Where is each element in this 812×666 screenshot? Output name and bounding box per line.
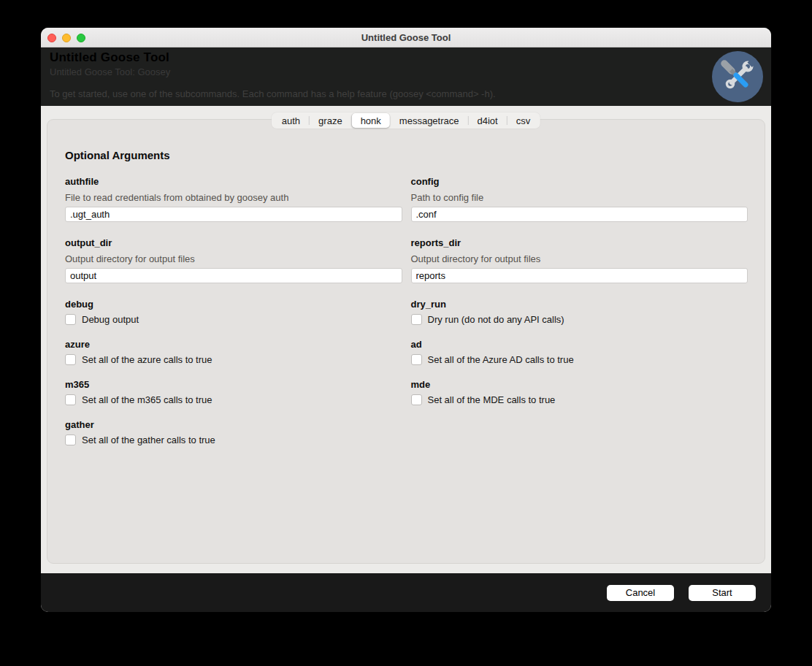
app-subtitle: Untitled Goose Tool: Goosey [50,66,762,77]
field-description: File to read credentials from obtained b… [65,192,402,203]
section-heading: Optional Arguments [65,149,748,161]
field-reports-dir: reports_dir Output directory for output … [411,237,748,283]
field-gather: gather Set all of the gather calls to tr… [65,419,402,445]
tab-messagetrace[interactable]: messagetrace [391,113,468,128]
start-button[interactable]: Start [689,585,756,601]
m365-checkbox[interactable] [65,394,76,405]
field-label: config [411,176,748,187]
checkbox-label: Set all of the MDE calls to true [428,394,556,405]
ad-checkbox[interactable] [411,354,422,365]
app-header: Untitled Goose Tool Untitled Goose Tool:… [41,47,771,106]
field-description: Output directory for output files [411,253,748,264]
checkbox-label: Set all of the azure calls to true [82,354,212,365]
close-window-button[interactable] [47,34,56,42]
debug-checkbox[interactable] [65,314,76,325]
gather-checkbox[interactable] [65,435,76,445]
content-area: auth graze honk messagetrace d4iot csv O… [41,106,771,573]
app-window: Untitled Goose Tool Untitled Goose Tool … [41,28,771,612]
empty-cell [411,419,748,459]
field-label: ad [411,339,748,350]
field-mde: mde Set all of the MDE calls to true [411,379,748,405]
field-label: azure [65,339,402,350]
field-output-dir: output_dir Output directory for output f… [65,237,402,283]
field-label: gather [65,419,402,430]
tab-auth[interactable]: auth [273,113,309,128]
checkbox-label: Set all of the Azure AD calls to true [428,354,574,365]
field-description: Output directory for output files [65,253,402,264]
minimize-window-button[interactable] [62,34,71,42]
field-ad: ad Set all of the Azure AD calls to true [411,339,748,365]
azure-checkbox[interactable] [65,354,76,365]
checkbox-label: Set all of the m365 calls to true [82,394,212,405]
field-authfile: authfile File to read credentials from o… [65,176,402,222]
form-grid: authfile File to read credentials from o… [65,176,748,459]
tab-honk[interactable]: honk [352,113,390,128]
checkbox-label: Debug output [82,314,139,325]
dry-run-checkbox[interactable] [411,314,422,325]
getting-started-text: To get started, use one of the subcomman… [50,88,762,99]
subcommand-tabs: auth graze honk messagetrace d4iot csv [272,112,540,129]
traffic-lights [47,34,85,42]
tab-graze[interactable]: graze [310,113,351,128]
action-bar: Cancel Start [41,573,771,612]
authfile-input[interactable] [65,207,402,222]
field-label: mde [411,379,748,390]
app-title: Untitled Goose Tool [50,50,762,65]
tab-d4iot[interactable]: d4iot [469,113,507,128]
checkbox-label: Set all of the gather calls to true [82,435,215,445]
window-title: Untitled Goose Tool [361,32,451,43]
honk-form-panel: Optional Arguments authfile File to read… [47,119,765,564]
field-label: authfile [65,176,402,187]
wrench-screwdriver-icon [712,51,763,102]
field-label: output_dir [65,237,402,248]
field-config: config Path to config file [411,176,748,222]
field-azure: azure Set all of the azure calls to true [65,339,402,365]
reports-dir-input[interactable] [411,268,748,283]
zoom-window-button[interactable] [77,34,85,42]
checkbox-label: Dry run (do not do any API calls) [428,314,564,325]
field-label: dry_run [411,299,748,310]
config-input[interactable] [411,207,748,222]
field-debug: debug Debug output [65,299,402,325]
field-label: debug [65,299,402,310]
field-description: Path to config file [411,192,748,203]
field-label: reports_dir [411,237,748,248]
titlebar[interactable]: Untitled Goose Tool [41,28,771,47]
mde-checkbox[interactable] [411,394,422,405]
tab-csv[interactable]: csv [508,113,540,128]
field-label: m365 [65,379,402,390]
field-dry-run: dry_run Dry run (do not do any API calls… [411,299,748,325]
cancel-button[interactable]: Cancel [607,585,674,601]
field-m365: m365 Set all of the m365 calls to true [65,379,402,405]
output-dir-input[interactable] [65,268,402,283]
